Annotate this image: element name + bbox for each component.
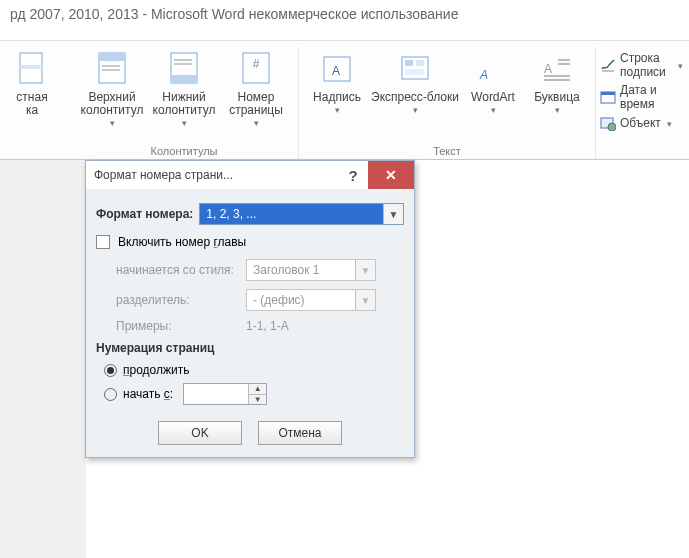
ok-button[interactable]: OK bbox=[158, 421, 242, 445]
object-icon bbox=[600, 115, 616, 131]
start-at-label: начать с: bbox=[123, 387, 173, 401]
starts-style-value: Заголовок 1 bbox=[247, 260, 355, 280]
window-title: рд 2007, 2010, 2013 - Microsoft Word нек… bbox=[0, 0, 689, 40]
number-format-combo[interactable]: 1, 2, 3, ... ▼ bbox=[199, 203, 404, 225]
starts-style-combo: Заголовок 1 ▼ bbox=[246, 259, 376, 281]
header-icon bbox=[92, 49, 132, 89]
quick-parts-icon bbox=[395, 49, 435, 89]
svg-rect-16 bbox=[416, 60, 424, 66]
svg-rect-21 bbox=[558, 63, 570, 65]
dropdown-caret-icon: ▾ bbox=[555, 105, 560, 115]
dropdown-caret-icon: ▾ bbox=[335, 105, 340, 115]
svg-rect-20 bbox=[558, 59, 570, 61]
chevron-down-icon: ▼ bbox=[383, 204, 403, 224]
wordart-icon: A bbox=[473, 49, 513, 89]
dropdown-caret-icon: ▾ bbox=[182, 118, 187, 128]
examples-label: Примеры: bbox=[116, 319, 246, 333]
dropdown-caret-icon: ▾ bbox=[491, 105, 496, 115]
dropdown-caret-icon: ▾ bbox=[667, 119, 672, 129]
svg-rect-1 bbox=[20, 65, 42, 69]
chevron-down-icon: ▼ bbox=[355, 290, 375, 310]
group-label-headers-footers: Колонтитулы bbox=[151, 145, 218, 159]
ribbon: стная ка Верхний колонтитул ▾ Н bbox=[0, 40, 689, 160]
include-chapter-checkbox[interactable] bbox=[96, 235, 110, 249]
page-number-icon: # bbox=[236, 49, 276, 89]
svg-rect-3 bbox=[99, 53, 125, 61]
svg-text:A: A bbox=[544, 62, 552, 76]
examples-value: 1-1, 1-A bbox=[246, 319, 289, 333]
dropdown-caret-icon: ▾ bbox=[254, 118, 259, 128]
include-chapter-label: Включить номер главы bbox=[118, 235, 246, 249]
object-label: Объект bbox=[620, 116, 661, 130]
object-button[interactable]: Объект ▾ bbox=[600, 115, 683, 131]
footer-button[interactable]: Нижний колонтитул ▾ bbox=[148, 47, 220, 135]
svg-rect-7 bbox=[171, 75, 197, 83]
page-number-button[interactable]: # Номер страницы ▾ bbox=[220, 47, 292, 135]
svg-text:#: # bbox=[253, 57, 260, 71]
svg-rect-15 bbox=[405, 60, 413, 66]
svg-rect-8 bbox=[174, 59, 192, 61]
signature-line-button[interactable]: Строка подписи ▾ bbox=[600, 51, 683, 79]
group-label-text: Текст bbox=[433, 145, 461, 159]
start-at-radio[interactable] bbox=[104, 388, 117, 401]
chevron-down-icon: ▼ bbox=[355, 260, 375, 280]
dropcap-button[interactable]: A Буквица ▾ bbox=[525, 47, 589, 135]
date-time-button[interactable]: Дата и время bbox=[600, 83, 683, 111]
quick-parts-button[interactable]: Экспресс-блоки ▾ bbox=[369, 47, 461, 135]
dropdown-caret-icon: ▾ bbox=[413, 105, 418, 115]
separator-combo: - (дефис) ▼ bbox=[246, 289, 376, 311]
svg-rect-26 bbox=[601, 92, 615, 95]
date-icon bbox=[600, 89, 616, 105]
signature-line-label: Строка подписи bbox=[620, 51, 672, 79]
dialog-help-button[interactable]: ? bbox=[338, 161, 368, 189]
textbox-icon: A bbox=[317, 49, 357, 89]
svg-text:A: A bbox=[332, 64, 340, 78]
svg-rect-9 bbox=[174, 63, 192, 65]
svg-point-28 bbox=[608, 123, 616, 131]
continue-radio[interactable] bbox=[104, 364, 117, 377]
page-numbering-heading: Нумерация страниц bbox=[96, 341, 404, 355]
textbox-button[interactable]: A Надпись ▾ bbox=[305, 47, 369, 135]
svg-text:A: A bbox=[479, 68, 488, 82]
cancel-button[interactable]: Отмена bbox=[258, 421, 342, 445]
spinner-up-button[interactable]: ▲ bbox=[248, 384, 266, 394]
signature-icon bbox=[600, 57, 616, 73]
date-time-label: Дата и время bbox=[620, 83, 683, 111]
dropdown-caret-icon: ▾ bbox=[110, 118, 115, 128]
separator-label: разделитель: bbox=[116, 293, 246, 307]
number-format-label: Формат номера: bbox=[96, 207, 193, 221]
separator-value: - (дефис) bbox=[247, 290, 355, 310]
wordart-button[interactable]: A WordArt ▾ bbox=[461, 47, 525, 135]
footer-icon bbox=[164, 49, 204, 89]
dropcap-icon: A bbox=[537, 49, 577, 89]
dialog-title: Формат номера страни... bbox=[94, 168, 233, 182]
page-break-button-partial[interactable]: стная ка bbox=[0, 47, 64, 135]
svg-rect-23 bbox=[544, 79, 570, 81]
start-at-spinner[interactable]: ▲ ▼ bbox=[183, 383, 267, 405]
header-button[interactable]: Верхний колонтитул ▾ bbox=[76, 47, 148, 135]
svg-rect-22 bbox=[544, 75, 570, 77]
svg-rect-5 bbox=[102, 69, 120, 71]
page-margin-area bbox=[0, 160, 86, 558]
number-format-value: 1, 2, 3, ... bbox=[200, 204, 383, 224]
dialog-close-button[interactable]: ✕ bbox=[368, 161, 414, 189]
svg-rect-17 bbox=[405, 69, 424, 75]
dropdown-caret-icon: ▾ bbox=[678, 61, 683, 71]
page-icon bbox=[12, 49, 52, 89]
continue-label: продолжить bbox=[123, 363, 189, 377]
starts-style-label: начинается со стиля: bbox=[116, 263, 246, 277]
page-number-format-dialog: Формат номера страни... ? ✕ Формат номер… bbox=[85, 160, 415, 458]
svg-rect-4 bbox=[102, 65, 120, 67]
spinner-down-button[interactable]: ▼ bbox=[248, 394, 266, 405]
